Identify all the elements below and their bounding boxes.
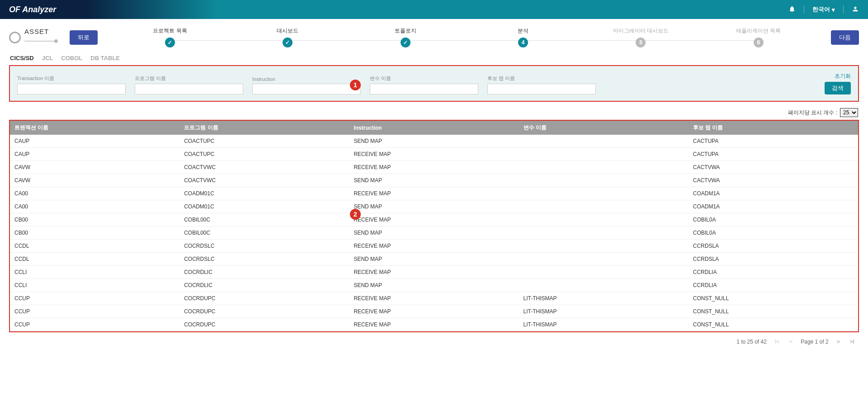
- bell-icon[interactable]: [788, 5, 796, 14]
- filter-program-input[interactable]: [135, 84, 243, 94]
- cell: CCUP: [10, 318, 179, 331]
- cell: CB00: [10, 226, 179, 240]
- step-1[interactable]: 대시보드✓: [229, 27, 346, 47]
- stepper-row: ASSET 뒤로 프로젝트 목록✓대시보드✓토폴로지✓분석4마이그레이터 대시보…: [0, 19, 868, 52]
- cell: CCRDLIA: [689, 279, 858, 292]
- asset-block: ASSET: [9, 32, 56, 43]
- cell: [519, 226, 689, 240]
- tab-cobol[interactable]: COBOL: [61, 55, 82, 63]
- cell: [519, 174, 689, 187]
- tab-db-table[interactable]: DB TABLE: [90, 55, 120, 63]
- cell: CCUP: [10, 305, 179, 318]
- table-row[interactable]: CB00COBIL00CSEND MAPCOBIL0A: [10, 226, 858, 240]
- step-label: 토폴로지: [395, 27, 416, 35]
- filter-candidate-input[interactable]: [487, 84, 596, 94]
- reset-link[interactable]: 초기화: [835, 72, 851, 80]
- filter-program-label: 프로그램 이름: [135, 75, 243, 82]
- th-candidate[interactable]: 후보 맵 이름: [689, 121, 858, 135]
- step-label: 애플리케이션 목록: [736, 27, 781, 35]
- search-button[interactable]: 검색: [825, 82, 851, 94]
- app-header: OF Analyzer 한국어 ▾: [0, 0, 868, 19]
- chevron-down-icon: ▾: [832, 6, 835, 13]
- cell: SEND MAP: [349, 174, 519, 187]
- next-button[interactable]: 다음: [831, 30, 859, 45]
- table-row[interactable]: CB00COBIL00CRECEIVE MAPCOBIL0A: [10, 213, 858, 226]
- language-selector[interactable]: 한국어 ▾: [812, 5, 835, 14]
- table-row[interactable]: CAVWCOACTVWCSEND MAPCACTVWA: [10, 174, 858, 187]
- step-4[interactable]: 마이그레이터 대시보드5: [582, 27, 699, 47]
- filter-variable-input[interactable]: [370, 84, 478, 94]
- cell: SEND MAP: [349, 200, 519, 213]
- table-row[interactable]: CCDLCOCRDSLCSEND MAPCCRDSLA: [10, 253, 858, 266]
- step-5[interactable]: 애플리케이션 목록6: [700, 27, 817, 47]
- table-header-row: 트랜잭션 이름 프로그램 이름 Instruction 변수 이름 후보 맵 이…: [10, 121, 858, 135]
- cell: [519, 253, 689, 266]
- cell: [519, 240, 689, 253]
- th-instruction[interactable]: Instruction: [349, 121, 519, 135]
- cell: [519, 279, 689, 292]
- cell: COBIL0A: [689, 226, 858, 240]
- cell: LIT-THISMAP: [519, 305, 689, 318]
- pager-first[interactable]: I<: [773, 339, 781, 345]
- cell: SEND MAP: [349, 226, 519, 240]
- th-program[interactable]: 프로그램 이름: [179, 121, 349, 135]
- cell: CONST_NULL: [689, 292, 858, 305]
- pager-next[interactable]: >: [835, 339, 842, 345]
- table-row[interactable]: CAUPCOACTUPCSEND MAPCACTUPA: [10, 135, 858, 148]
- table-row[interactable]: CCLICOCRDLICRECEIVE MAPCCRDLIA: [10, 266, 858, 279]
- cell: COBIL00C: [179, 213, 349, 226]
- table-row[interactable]: CA00COADM01CRECEIVE MAPCOADM1A: [10, 187, 858, 200]
- table-row[interactable]: CAVWCOACTVWCRECEIVE MAPCACTVWA: [10, 161, 858, 174]
- cell: [519, 266, 689, 279]
- check-icon: ✓: [165, 38, 175, 47]
- cell: COADM01C: [179, 200, 349, 213]
- cell: COCRDUPC: [179, 292, 349, 305]
- cell: COCRDSLC: [179, 240, 349, 253]
- cell: RECEIVE MAP: [349, 161, 519, 174]
- callout-2: 2: [350, 209, 361, 220]
- table-row[interactable]: CAUPCOACTUPCRECEIVE MAPCACTUPA: [10, 148, 858, 161]
- cell: CCRDLIA: [689, 266, 858, 279]
- app-logo: OF Analyzer: [9, 5, 56, 14]
- pager-prev[interactable]: <: [788, 339, 794, 345]
- cell: [519, 213, 689, 226]
- cell: [519, 187, 689, 200]
- th-transaction[interactable]: 트랜잭션 이름: [10, 121, 179, 135]
- page-size-select[interactable]: 25: [840, 108, 858, 117]
- table-row[interactable]: CCLICOCRDLICSEND MAPCCRDLIA: [10, 279, 858, 292]
- step-2[interactable]: 토폴로지✓: [347, 27, 464, 47]
- tab-cics-sd[interactable]: CICS/SD: [10, 55, 34, 63]
- pager-range: 1 to 25 of 42: [736, 339, 767, 345]
- table-row[interactable]: CCUPCOCRDUPCRECEIVE MAPLIT-THISMAPCONST_…: [10, 305, 858, 318]
- filter-transaction-input[interactable]: [17, 84, 126, 94]
- steps: 프로젝트 목록✓대시보드✓토폴로지✓분석4마이그레이터 대시보드5애플리케이션 …: [111, 27, 817, 47]
- table-row[interactable]: CCDLCOCRDSLCRECEIVE MAPCCRDSLA: [10, 240, 858, 253]
- cell: COACTVWC: [179, 174, 349, 187]
- cell: CAVW: [10, 174, 179, 187]
- cell: CACTUPA: [689, 135, 858, 148]
- cell: CACTVWA: [689, 161, 858, 174]
- cell: RECEIVE MAP: [349, 292, 519, 305]
- tab-jcl[interactable]: JCL: [42, 55, 53, 63]
- cell: COCRDUPC: [179, 318, 349, 331]
- step-0[interactable]: 프로젝트 목록✓: [111, 27, 229, 47]
- cell: COCRDUPC: [179, 305, 349, 318]
- cell: [519, 135, 689, 148]
- table-row[interactable]: CCUPCOCRDUPCRECEIVE MAPLIT-THISMAPCONST_…: [10, 292, 858, 305]
- cell: [519, 200, 689, 213]
- cell: LIT-THISMAP: [519, 292, 689, 305]
- step-3[interactable]: 분석4: [464, 27, 582, 47]
- filter-instruction-input[interactable]: [252, 84, 361, 94]
- cell: CCLI: [10, 266, 179, 279]
- table-row[interactable]: CA00COADM01CSEND MAPCOADM1A: [10, 200, 858, 213]
- step-label: 분석: [518, 27, 528, 35]
- pager-last[interactable]: >I: [848, 339, 856, 345]
- user-icon[interactable]: [852, 5, 859, 14]
- subtabs: CICS/SDJCLCOBOLDB TABLE: [0, 52, 868, 63]
- table-row[interactable]: CCUPCOCRDUPCRECEIVE MAPLIT-THISMAPCONST_…: [10, 318, 858, 331]
- cell: COACTUPC: [179, 135, 349, 148]
- filter-instruction-label: Instruction: [252, 76, 361, 82]
- language-label: 한국어: [812, 5, 830, 14]
- back-button[interactable]: 뒤로: [70, 30, 98, 45]
- th-variable[interactable]: 변수 이름: [519, 121, 689, 135]
